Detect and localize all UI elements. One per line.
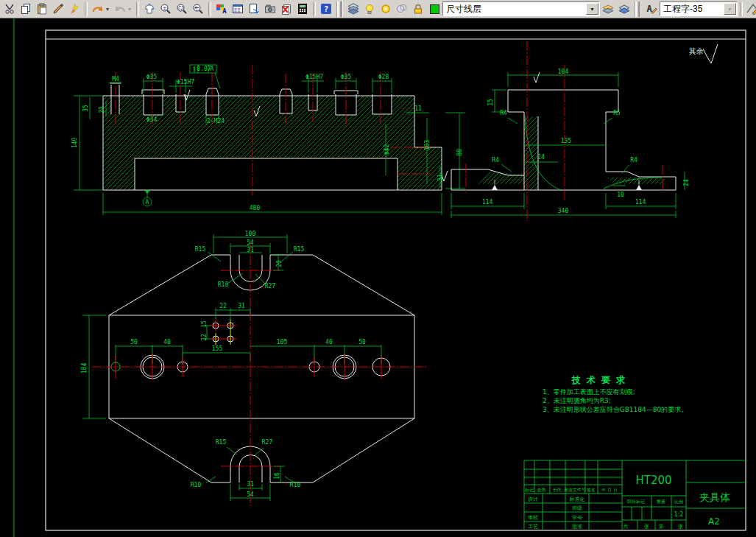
tech-req-item: 1、零件加工表面上不应有划痕; xyxy=(543,388,635,396)
title-block-text: 班级 xyxy=(572,505,582,511)
cad-drawing: HT200夹具体A21:2标记处数分区更改文件号签名年 月 日设计标准化班级审核… xyxy=(0,18,756,537)
preview-icon[interactable] xyxy=(262,1,278,17)
toolbar: ▾ ▾ ± A ? 尺寸线层 ▼ A 工程字-35 ▼ xyxy=(0,0,756,18)
title-block-text: 批准 xyxy=(572,524,582,530)
dim-label: 114 xyxy=(482,199,493,206)
dim-label: 184 xyxy=(558,69,569,75)
dim-label: Φ35 xyxy=(341,74,352,80)
zoom-previous-icon[interactable] xyxy=(190,1,206,17)
dim-label: 140 xyxy=(71,138,78,149)
layer-combo-arrow-icon[interactable]: ▼ xyxy=(586,3,598,15)
dim-label: R18 xyxy=(218,281,229,288)
undo-dropdown-arrow[interactable]: ▾ xyxy=(106,6,112,13)
tech-req-item: 3、未注明形状公差应符合GB1184—80的要求。 xyxy=(543,406,688,413)
title-block-text: 工艺 xyxy=(528,524,538,530)
text-style-combo-arrow-icon[interactable]: ▼ xyxy=(724,3,736,15)
dim-label: 54 xyxy=(247,491,254,498)
dim-label: ∥ xyxy=(193,66,196,72)
layer-combo[interactable]: 尺寸线层 ▼ xyxy=(442,1,600,16)
title-block-text: HT200 xyxy=(635,474,671,487)
dim-label: Φ35 xyxy=(146,74,158,80)
dim-label: 10 xyxy=(617,192,624,198)
redo-icon[interactable] xyxy=(112,1,128,17)
dim-label: 54 xyxy=(247,239,254,246)
delete-pages-icon[interactable] xyxy=(278,1,294,17)
dim-label: 15 xyxy=(201,320,208,328)
layers-icon[interactable] xyxy=(345,1,361,17)
layer-manager-icon[interactable] xyxy=(230,1,246,17)
dim-label: 50 xyxy=(358,339,366,345)
dim-label: 50 xyxy=(130,339,138,345)
layer-plot-icon[interactable] xyxy=(394,1,410,17)
dim-label: 16 xyxy=(274,472,280,480)
text-style-icon[interactable]: A xyxy=(643,1,660,17)
separator xyxy=(208,2,211,16)
dimension-style-icon[interactable] xyxy=(745,1,756,17)
dim-label: 40 xyxy=(325,339,333,345)
separator xyxy=(85,2,88,16)
dim-label: A xyxy=(146,199,149,206)
dim-label: 31 xyxy=(238,303,245,309)
dim-label: 35 xyxy=(82,105,89,112)
layer-color-chip[interactable] xyxy=(426,1,442,17)
layer-freeze-icon[interactable] xyxy=(378,1,394,17)
layer-match-icon[interactable] xyxy=(616,1,632,17)
svg-text:?: ? xyxy=(324,4,329,14)
title-block-text: 设计 xyxy=(528,496,538,502)
dim-label: Φ42 xyxy=(384,144,390,155)
format-painter-icon[interactable] xyxy=(66,1,82,17)
dim-label: 31 xyxy=(247,481,254,488)
help-icon[interactable]: ? xyxy=(318,1,334,17)
dim-label: R5 xyxy=(613,110,621,116)
undo-icon[interactable] xyxy=(90,1,106,17)
title-block-text: 比例 xyxy=(674,499,683,505)
tech-req-item: 2、未注明圆角均为R3; xyxy=(543,397,611,404)
options-icon[interactable]: A xyxy=(213,1,230,17)
cut-icon[interactable] xyxy=(1,1,18,17)
layer-tools-icon[interactable] xyxy=(600,1,616,17)
title-block-text: 共 xyxy=(623,524,629,530)
layer-combo-value: 尺寸线层 xyxy=(446,3,585,15)
dim-label: R15 xyxy=(294,246,305,253)
drawing-canvas[interactable]: HT200夹具体A21:2标记处数分区更改文件号签名年 月 日设计标准化班级审核… xyxy=(0,18,756,537)
title-block-text: 学号 xyxy=(572,515,582,521)
text-style-combo[interactable]: 工程字-35 ▼ xyxy=(660,1,738,16)
plan-view xyxy=(82,234,414,501)
dim-label: A xyxy=(211,66,214,72)
dim-label: R15 xyxy=(216,439,227,446)
dim-label: 0.07 xyxy=(197,66,211,72)
dim-label: 31 xyxy=(247,247,254,253)
layer-on-bulb-icon[interactable] xyxy=(361,1,378,17)
separator xyxy=(635,1,641,17)
dim-label: Φ34 xyxy=(146,116,158,123)
title-block: HT200夹具体A21:2标记处数分区更改文件号签名年 月 日设计标准化班级审核… xyxy=(524,460,746,530)
dim-label: 155 xyxy=(212,345,223,352)
zoom-window-icon[interactable] xyxy=(174,1,190,17)
export-document-icon[interactable] xyxy=(246,1,262,17)
title-block-text: 夹具体 xyxy=(699,491,730,503)
dim-label: R10 xyxy=(290,482,301,488)
pan-icon[interactable] xyxy=(141,1,158,17)
side-section-view xyxy=(451,72,685,218)
dim-label: R4 xyxy=(500,110,507,116)
redo-dropdown-arrow[interactable]: ▾ xyxy=(128,6,134,13)
title-block-text: 处数 xyxy=(537,487,546,493)
tech-requirements: 技 术 要 求1、零件加工表面上不应有划痕;2、未注明圆角均为R3;3、未注明形… xyxy=(543,375,688,413)
title-block-text: 年 月 日 xyxy=(601,487,618,493)
title-block-text: 标准化 xyxy=(569,496,585,502)
dim-label: 20 xyxy=(99,106,105,113)
dim-label: 105 xyxy=(277,339,288,345)
title-block-text: 第 xyxy=(659,524,664,530)
dim-label: 20 xyxy=(276,260,283,267)
layer-lock-icon[interactable] xyxy=(410,1,426,17)
copy-icon[interactable] xyxy=(18,1,34,17)
zoom-icon[interactable]: ± xyxy=(158,1,174,17)
dim-label: 24 xyxy=(537,154,545,161)
calculator-icon[interactable] xyxy=(294,1,311,17)
title-block-text: 阶段标记 xyxy=(627,499,645,505)
brush-icon[interactable] xyxy=(50,1,66,17)
title-block-text: 签名 xyxy=(587,487,596,493)
dim-label: 114 xyxy=(635,199,646,206)
paste-icon[interactable] xyxy=(34,1,50,17)
dim-label: 135 xyxy=(561,138,572,144)
